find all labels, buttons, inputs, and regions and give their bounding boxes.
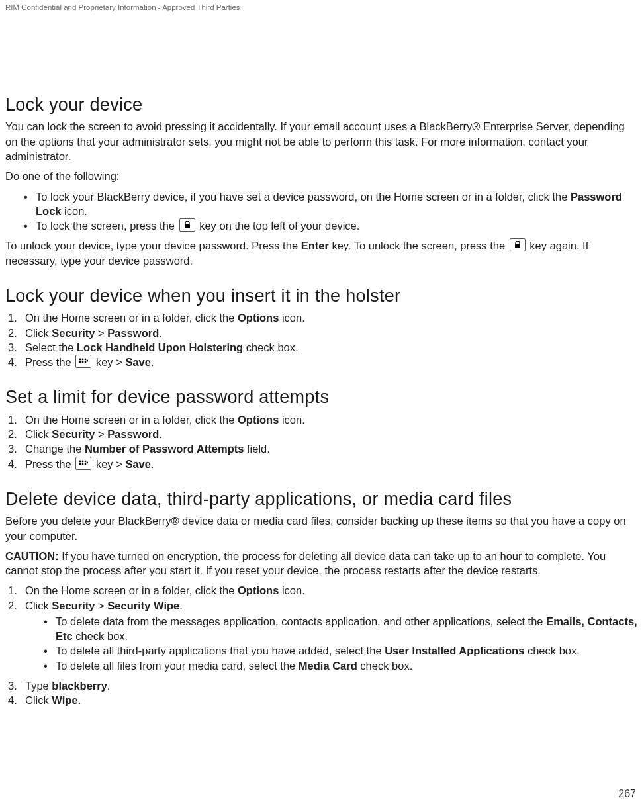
list-item: Click Wipe.: [5, 693, 639, 707]
bold-text: User Installed Applications: [385, 645, 524, 656]
bold-text: Options: [238, 414, 279, 426]
bold-text: Save: [125, 356, 151, 368]
paragraph: You can lock the screen to avoid pressin…: [5, 119, 639, 163]
svg-point-4: [79, 361, 81, 363]
svg-point-9: [79, 460, 81, 462]
text: Press the: [25, 458, 74, 470]
svg-point-14: [85, 463, 87, 465]
heading-lock-holster: Lock your device when you insert it in t…: [5, 284, 639, 308]
list-item: On the Home screen or in a folder, click…: [5, 583, 639, 598]
menu-key-icon: [75, 355, 91, 368]
page-number: 267: [618, 787, 636, 801]
text: .: [179, 600, 183, 611]
bold-text: Security: [52, 428, 95, 440]
svg-point-13: [85, 460, 87, 462]
text: To delete all third-party applications t…: [56, 645, 385, 656]
text: icon.: [279, 584, 304, 596]
list-item: To delete data from the messages applica…: [25, 614, 639, 644]
text: key >: [93, 458, 125, 470]
text: If you have turned on encryption, the pr…: [5, 550, 606, 576]
text: On the Home screen or in a folder, click…: [25, 584, 238, 596]
bold-text: Enter: [301, 240, 329, 251]
list-item: To lock the screen, press the key on the…: [5, 218, 639, 233]
text: key on the top left of your device.: [197, 220, 360, 232]
text: .: [151, 458, 154, 470]
text: .: [78, 694, 81, 706]
lock-key-icon: [179, 218, 195, 232]
svg-point-11: [79, 463, 81, 465]
list-item: Type blackberry.: [5, 678, 639, 693]
text: Select the: [25, 341, 77, 353]
list-item: Press the key > Save.: [5, 457, 639, 471]
paragraph: Do one of the following:: [5, 169, 639, 183]
list-item: Click Security > Password.: [5, 427, 639, 441]
text: >: [95, 327, 107, 339]
text: icon.: [279, 414, 304, 426]
bold-text: Security Wipe: [107, 600, 179, 611]
bold-text: Lock Handheld Upon Holstering: [77, 341, 243, 353]
bold-text: Save: [125, 458, 151, 470]
list-item: Click Security > Password.: [5, 326, 639, 340]
text: Click: [25, 694, 52, 706]
list-item: Click Security > Security Wipe. To delet…: [5, 598, 639, 673]
section-lock-holster: Lock your device when you insert it in t…: [5, 284, 639, 370]
heading-delete-data: Delete device data, third-party applicat…: [5, 487, 639, 511]
bold-text: Number of Password Attempts: [85, 443, 244, 455]
heading-password-attempts: Set a limit for device password attempts: [5, 385, 639, 409]
bold-text: Wipe: [52, 694, 77, 706]
heading-lock-device: Lock your device: [5, 93, 639, 116]
ordered-list: On the Home screen or in a folder, click…: [5, 310, 639, 369]
text: icon.: [279, 312, 304, 324]
header-confidential-note: RIM Confidential and Proprietary Informa…: [5, 3, 240, 13]
text: .: [151, 356, 154, 368]
text: check box.: [357, 660, 412, 672]
ordered-list: On the Home screen or in a folder, click…: [5, 583, 639, 707]
svg-point-10: [82, 460, 84, 462]
list-item: Press the key > Save.: [5, 355, 639, 369]
list-item: To lock your BlackBerry device, if you h…: [5, 189, 639, 219]
text: To lock the screen, press the: [36, 220, 178, 232]
paragraph: Before you delete your BlackBerry® devic…: [5, 514, 639, 543]
text: To lock your BlackBerry device, if you h…: [36, 191, 571, 203]
bullet-list: To lock your BlackBerry device, if you h…: [5, 189, 639, 234]
text: Click: [25, 428, 52, 440]
svg-point-6: [85, 359, 87, 361]
list-item: On the Home screen or in a folder, click…: [5, 412, 639, 427]
list-item: To delete all files from your media card…: [25, 658, 639, 673]
svg-point-8: [87, 360, 88, 362]
text: check box.: [524, 645, 579, 656]
bold-text: Password: [107, 327, 159, 339]
caution-label: CAUTION:: [5, 550, 59, 562]
list-item: On the Home screen or in a folder, click…: [5, 310, 639, 325]
list-item: Change the Number of Password Attempts f…: [5, 441, 639, 456]
text: On the Home screen or in a folder, click…: [25, 414, 238, 426]
text: icon.: [62, 205, 87, 217]
bold-text: Options: [238, 584, 279, 596]
text: On the Home screen or in a folder, click…: [25, 312, 238, 324]
page-content: Lock your device You can lock the screen…: [5, 93, 639, 723]
bold-text: Media Card: [299, 660, 357, 672]
svg-point-12: [82, 463, 84, 465]
text: Click: [25, 327, 52, 339]
text: >: [95, 428, 107, 440]
text: >: [95, 600, 107, 611]
text: field.: [244, 443, 269, 455]
bold-text: Options: [238, 312, 279, 324]
bold-text: Security: [52, 327, 95, 339]
paragraph: To unlock your device, type your device …: [5, 238, 639, 268]
svg-point-7: [85, 361, 87, 363]
text: Type: [25, 680, 52, 692]
text: To unlock your device, type your device …: [5, 240, 301, 251]
text: .: [159, 327, 162, 339]
text: .: [159, 428, 162, 440]
section-lock-device: Lock your device You can lock the screen…: [5, 93, 639, 268]
svg-rect-1: [515, 244, 520, 248]
bullet-list: To delete data from the messages applica…: [25, 614, 639, 673]
text: key >: [93, 356, 125, 368]
text: To delete data from the messages applica…: [56, 615, 546, 627]
bold-text: Password: [107, 428, 159, 440]
svg-rect-0: [185, 224, 190, 228]
bold-text: blackberry: [52, 680, 107, 692]
text: check box.: [243, 341, 298, 353]
lock-key-icon: [510, 238, 526, 251]
